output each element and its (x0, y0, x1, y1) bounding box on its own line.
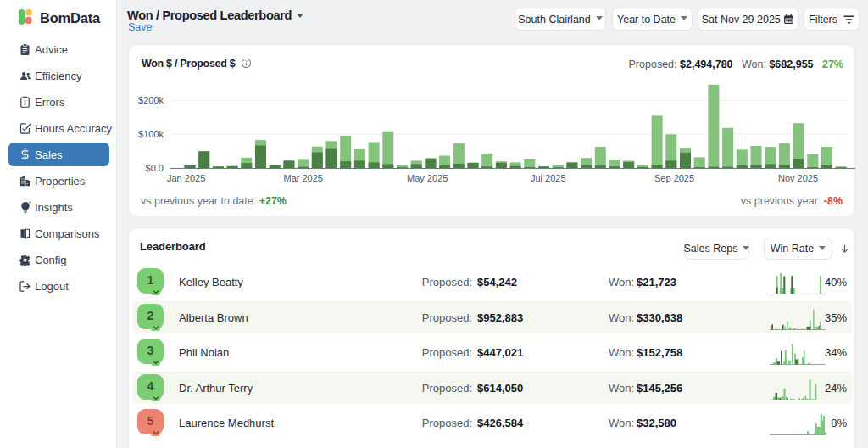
svg-text:Nov 2025: Nov 2025 (778, 173, 818, 183)
svg-text:Sep 2025: Sep 2025 (654, 173, 694, 183)
svg-text:$100k: $100k (138, 129, 164, 139)
svg-text:Mar 2025: Mar 2025 (284, 173, 323, 183)
svg-text:$200k: $200k (138, 95, 164, 105)
svg-text:May 2025: May 2025 (407, 173, 448, 183)
svg-text:Jan 2025: Jan 2025 (167, 173, 205, 183)
svg-text:Jul 2025: Jul 2025 (531, 173, 566, 183)
svg-text:$0.0: $0.0 (146, 163, 164, 173)
